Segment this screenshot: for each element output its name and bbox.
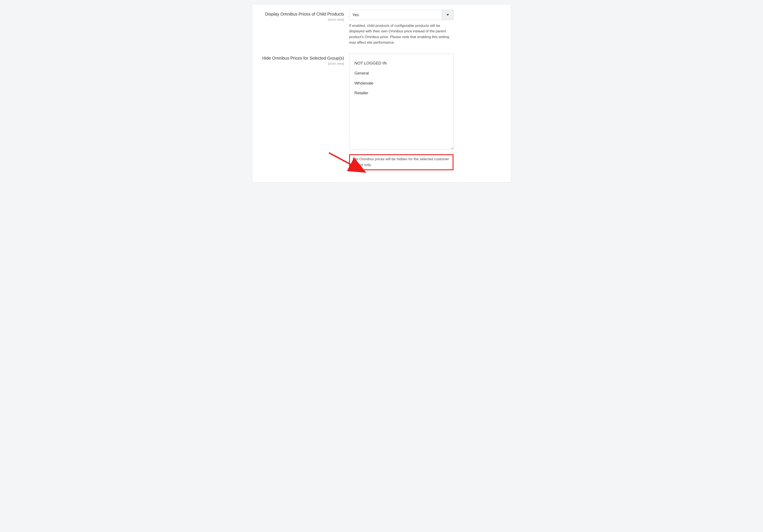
resize-handle-icon: [450, 146, 453, 149]
field-label: Hide Omnibus Prices for Selected Group(s…: [261, 54, 349, 65]
field-display-child-prices: Display Omnibus Prices of Child Products…: [261, 10, 502, 45]
multiselect-option[interactable]: NOT LOGGED IN: [355, 58, 448, 68]
chevron-down-icon: [442, 10, 453, 20]
field-hide-groups: Hide Omnibus Prices for Selected Group(s…: [261, 54, 502, 170]
scope-hint: [store view]: [261, 18, 344, 21]
multiselect-option[interactable]: Retailer: [355, 88, 448, 98]
multiselect-option[interactable]: Wholesale: [355, 78, 448, 88]
child-prices-select[interactable]: Yes: [349, 10, 454, 20]
select-value: Yes: [349, 13, 442, 17]
field-note-highlighted: The Omnibus prices will be hidden for th…: [349, 154, 454, 170]
label-text: Hide Omnibus Prices for Selected Group(s…: [262, 56, 344, 60]
label-text: Display Omnibus Prices of Child Products: [265, 12, 344, 16]
hide-groups-multiselect[interactable]: NOT LOGGED IN General Wholesale Retailer: [349, 54, 454, 149]
settings-panel: Display Omnibus Prices of Child Products…: [252, 4, 511, 182]
field-label: Display Omnibus Prices of Child Products…: [261, 10, 349, 21]
multiselect-option[interactable]: General: [355, 68, 448, 78]
scope-hint: [store view]: [261, 62, 344, 65]
svg-marker-0: [446, 14, 449, 16]
field-note: If enabled, child products of configurab…: [349, 23, 454, 45]
